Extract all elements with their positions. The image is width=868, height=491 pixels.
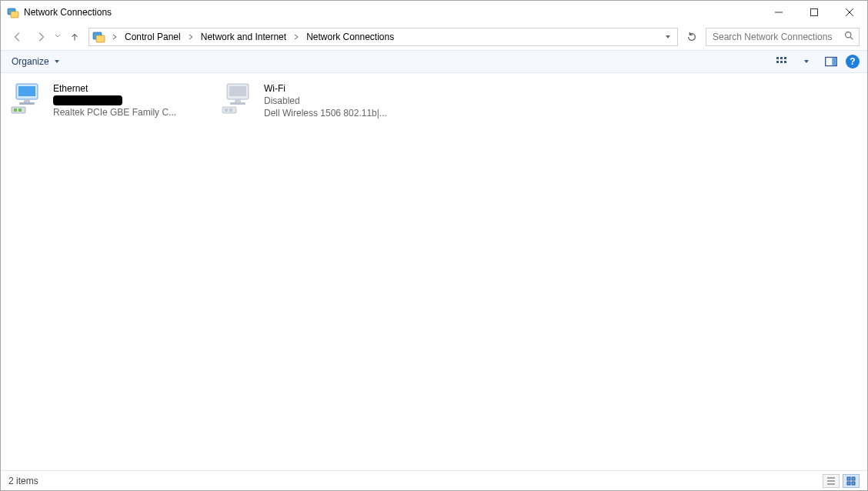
search-box[interactable] bbox=[706, 28, 860, 46]
chevron-down-icon bbox=[54, 56, 60, 67]
chevron-right-icon[interactable] bbox=[109, 34, 120, 40]
adapter-name: Wi-Fi bbox=[264, 82, 387, 95]
svg-point-5 bbox=[846, 32, 851, 38]
explorer-window: Network Connections bbox=[0, 0, 868, 491]
breadcrumb-control-panel[interactable]: Control Panel bbox=[123, 32, 182, 42]
items-view[interactable]: Ethernet Realtek PCIe GBE Family C... Wi… bbox=[1, 73, 867, 470]
svg-rect-22 bbox=[229, 86, 246, 96]
chevron-right-icon[interactable] bbox=[291, 34, 302, 40]
search-input[interactable] bbox=[711, 31, 844, 43]
network-connections-icon bbox=[7, 6, 19, 18]
address-history-dropdown[interactable] bbox=[662, 34, 674, 40]
svg-rect-27 bbox=[229, 109, 232, 112]
maximize-button[interactable] bbox=[796, 1, 832, 24]
svg-rect-24 bbox=[230, 102, 245, 105]
svg-rect-28 bbox=[847, 477, 850, 480]
svg-rect-30 bbox=[847, 482, 850, 485]
svg-rect-4 bbox=[96, 35, 105, 42]
svg-rect-13 bbox=[832, 58, 836, 65]
organize-menu[interactable]: Organize bbox=[8, 55, 63, 68]
help-button[interactable]: ? bbox=[846, 55, 860, 68]
window-controls bbox=[761, 1, 867, 24]
chevron-right-icon[interactable] bbox=[185, 34, 196, 40]
navigation-row: Control Panel Network and Internet Netwo… bbox=[1, 24, 867, 50]
change-view-button[interactable] bbox=[772, 53, 792, 70]
breadcrumb-network-connections[interactable]: Network Connections bbox=[305, 32, 396, 42]
view-options-dropdown[interactable] bbox=[796, 53, 816, 70]
svg-rect-29 bbox=[852, 477, 855, 480]
recent-locations-dropdown[interactable] bbox=[55, 33, 61, 41]
svg-rect-17 bbox=[19, 102, 35, 105]
details-view-button[interactable] bbox=[823, 474, 840, 488]
window-title: Network Connections bbox=[24, 7, 112, 18]
tiles-view-button[interactable] bbox=[843, 474, 860, 488]
command-bar: Organize ? bbox=[1, 50, 867, 73]
view-mode-toggle bbox=[823, 474, 860, 488]
item-count: 2 items bbox=[8, 476, 38, 486]
svg-rect-2 bbox=[811, 9, 818, 16]
refresh-button[interactable] bbox=[683, 28, 701, 46]
adapter-status-redacted bbox=[53, 95, 122, 105]
svg-rect-23 bbox=[235, 99, 241, 102]
address-bar[interactable]: Control Panel Network and Internet Netwo… bbox=[88, 28, 678, 46]
svg-rect-11 bbox=[784, 61, 786, 63]
svg-rect-31 bbox=[852, 482, 855, 485]
help-icon: ? bbox=[850, 56, 855, 67]
search-icon bbox=[844, 31, 854, 43]
svg-rect-6 bbox=[776, 57, 779, 59]
svg-rect-8 bbox=[784, 57, 786, 59]
forward-button[interactable] bbox=[32, 28, 50, 46]
organize-label: Organize bbox=[12, 56, 49, 67]
preview-pane-button[interactable] bbox=[821, 53, 841, 70]
adapter-hardware: Dell Wireless 1506 802.11b|... bbox=[264, 107, 387, 119]
network-folder-icon bbox=[92, 30, 106, 44]
svg-rect-10 bbox=[780, 61, 783, 63]
adapter-item-wifi[interactable]: Wi-Fi Disabled Dell Wireless 1506 802.11… bbox=[221, 82, 413, 120]
svg-rect-26 bbox=[225, 109, 228, 112]
svg-rect-15 bbox=[18, 86, 35, 96]
status-bar: 2 items bbox=[1, 470, 867, 490]
svg-rect-16 bbox=[24, 99, 30, 102]
title-bar: Network Connections bbox=[1, 1, 867, 24]
minimize-button[interactable] bbox=[761, 1, 796, 24]
up-button[interactable] bbox=[65, 28, 84, 46]
adapter-name: Ethernet bbox=[53, 82, 176, 95]
adapter-hardware: Realtek PCIe GBE Family C... bbox=[53, 106, 176, 119]
svg-rect-20 bbox=[18, 109, 22, 112]
back-button[interactable] bbox=[8, 28, 27, 46]
wifi-adapter-icon bbox=[221, 82, 258, 115]
ethernet-adapter-icon bbox=[10, 82, 47, 115]
svg-rect-19 bbox=[14, 109, 17, 112]
adapter-status: Disabled bbox=[264, 95, 387, 107]
svg-rect-1 bbox=[11, 12, 18, 18]
svg-rect-7 bbox=[780, 57, 783, 59]
adapter-item-ethernet[interactable]: Ethernet Realtek PCIe GBE Family C... bbox=[10, 82, 202, 119]
close-button[interactable] bbox=[832, 1, 867, 24]
svg-rect-9 bbox=[776, 61, 779, 63]
breadcrumb-network-and-internet[interactable]: Network and Internet bbox=[199, 32, 288, 42]
